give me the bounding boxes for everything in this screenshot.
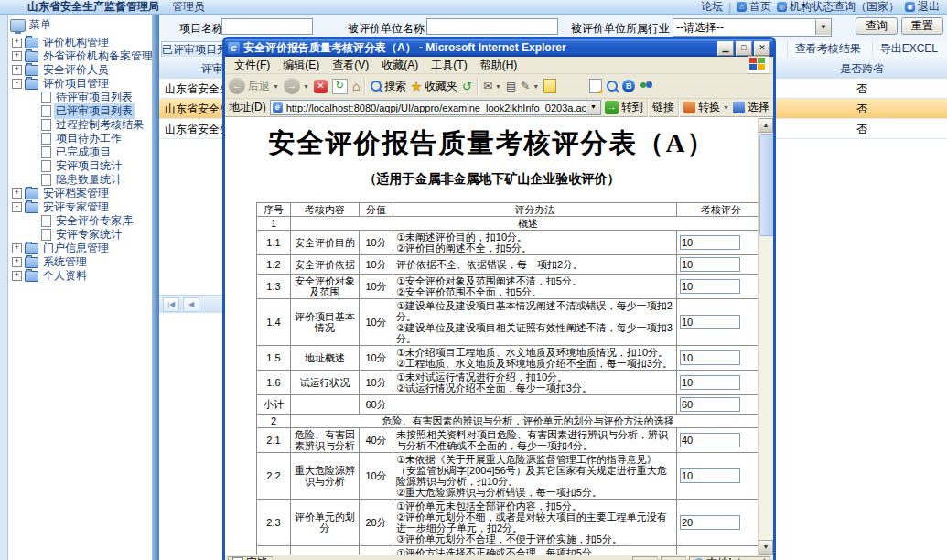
export-excel-link[interactable]: 导出EXCEL [872,41,945,57]
score-input[interactable] [680,315,740,329]
unit-name-label: 被评价单位名称 [348,21,425,37]
research-button[interactable] [607,81,618,92]
scrollbar-thumb[interactable] [759,134,773,236]
menu-favorites[interactable]: 收藏(A) [376,57,424,74]
score-input[interactable] [680,515,740,530]
score-input[interactable] [680,433,740,447]
back-button[interactable]: ← 后退 ▼ [229,78,279,94]
tree-expander-icon[interactable]: - [12,79,22,89]
favorites-page-button[interactable] [589,79,602,93]
project-name-input[interactable] [221,18,313,35]
content-scrollbar[interactable]: ▲ ▼ [758,118,773,555]
tree-expander-icon[interactable]: + [12,65,22,75]
sidebar-item-个人资料[interactable]: +个人资料 [8,269,152,283]
links-button[interactable]: 链接 [652,100,674,115]
menu-file[interactable]: 文件(F) [229,57,275,74]
sidebar-item-评价项目管理[interactable]: -评价项目管理 [8,77,152,91]
sidebar-item-安评专家管理[interactable]: -安评专家管理 [8,200,152,214]
tree-expander-icon[interactable]: - [12,202,22,212]
discuss-button[interactable] [543,79,556,93]
sidebar-item-已评审项目列表[interactable]: 已评审项目列表 [8,104,152,118]
convert-button[interactable]: 转换 ▼ [683,100,729,115]
page-ie-icon: e [273,102,283,113]
org-status-query-link[interactable]: ◎机构状态查询（国家） [777,0,899,15]
sidebar-item-安评项目统计[interactable]: 安评项目统计 [8,159,152,173]
mail-button[interactable]: ✉▼ [483,80,501,92]
menu-view[interactable]: 查看(V) [327,57,374,74]
bluetooth-button[interactable]: B [622,80,635,92]
messenger-button[interactable] [640,81,654,92]
score-input[interactable] [680,468,740,483]
forward-button[interactable]: → ▼ [284,78,309,94]
home-link[interactable]: ⌂首页 [737,0,771,15]
menu-help[interactable]: 帮助(H) [475,57,523,74]
score-input[interactable] [680,350,740,365]
sidebar-item-安评档案管理[interactable]: +安评档案管理 [8,187,152,200]
minimize-button[interactable]: ▁ [717,41,734,56]
tree-expander-icon[interactable]: + [12,243,22,253]
tree-expander-icon[interactable]: + [12,257,22,267]
view-assessment-link[interactable]: 查看考核结果 [787,41,868,57]
folder-icon [25,243,38,254]
maximize-button[interactable]: □ [736,41,752,56]
sidebar-item-安全评价专家库[interactable]: 安全评价专家库 [8,214,152,228]
sidebar-item-安全评价人员[interactable]: +安全评价人员 [8,63,152,77]
scroll-up-icon[interactable]: ▲ [759,118,773,133]
score-input[interactable] [680,257,740,272]
menu-edit[interactable]: 编辑(E) [277,57,325,74]
history-button[interactable]: ↺ [462,80,472,93]
tree-expander-icon[interactable]: + [12,38,22,48]
forum-link[interactable]: 论坛 [701,0,723,15]
sidebar-item-外省评价机构备案管理[interactable]: +外省评价机构备案管理 [8,49,152,63]
panel-splitter[interactable] [152,15,159,560]
sidebar-item-项目待办工作[interactable]: 项目待办工作 [8,132,152,145]
tree-expander-icon[interactable]: + [12,271,22,281]
tree-expander-icon[interactable]: + [12,51,22,61]
industry-select[interactable]: --请选择-- ▼ [673,18,832,37]
refresh-button[interactable]: ↻ [332,79,348,94]
first-page-button[interactable]: |◀ [163,297,179,312]
sidebar-item-待评审项目列表[interactable]: 待评审项目列表 [8,91,152,104]
sidebar-item-系统管理[interactable]: +系统管理 [8,255,152,269]
go-button[interactable]: → 转到 [605,100,643,115]
unit-name-input[interactable] [426,18,558,35]
search-button[interactable]: 搜索 [371,79,406,94]
print-button[interactable]: ▤ [506,80,516,92]
address-dropdown-icon[interactable]: ▼ [586,101,600,114]
ie-status-bar: 完毕 本地Intranet [225,555,773,560]
chevron-down-icon: ▼ [815,20,831,35]
menu-tools[interactable]: 工具(T) [425,57,472,74]
sidebar-item-门户信息管理[interactable]: +门户信息管理 [8,242,152,255]
address-input[interactable]: e http://localhost:8080/aqpj/UI/appro/ex… [270,100,601,115]
edit-button[interactable]: ✎▼ [521,80,539,92]
score-input[interactable] [680,375,740,390]
score-row: 1.6试运行状况10分①未对试运行情况进行介绍，扣10分。 ②试运行情况介绍不全… [257,371,759,395]
favorites-button[interactable]: ★ 收藏夹 [411,79,457,94]
cross-province-header: 是否跨省 [777,61,947,77]
sidebar-item-隐患数量统计[interactable]: 隐患数量统计 [8,173,152,187]
score-input[interactable] [680,235,740,250]
scroll-down-icon[interactable]: ▼ [759,540,773,555]
sidebar-item-评价机构管理[interactable]: +评价机构管理 [8,36,152,49]
score-row: 2.4评价方法的选择20分①评价方法选择不正确或不合理，每项扣5分。 ②评价方法… [257,546,759,555]
sidebar-item-过程控制考核结果[interactable]: 过程控制考核结果 [8,118,152,132]
reset-button[interactable]: 重置 [901,17,943,35]
tree-expander-icon[interactable]: + [12,188,22,199]
query-button[interactable]: 查询 [856,17,898,35]
score-sheet-document: 安全评价报告质量考核评分表（A） （适用于金属非金属地下矿山企业验收评价） 序号… [225,118,759,555]
home-button[interactable]: ⌂ [352,80,360,92]
close-button[interactable]: ✕ [754,41,770,56]
score-input[interactable] [680,279,740,294]
logout-link[interactable]: ◉退出 [905,0,940,15]
folder-icon [25,79,38,90]
stop-button[interactable]: ✕ [314,80,328,93]
topbar-separator: | [728,1,731,14]
sidebar-item-安评专家统计[interactable]: 安评专家统计 [8,228,152,242]
sidebar-item-已完成项目[interactable]: 已完成项目 [8,145,152,159]
score-input[interactable] [680,397,740,412]
select-button[interactable]: 选择 [733,100,769,115]
sidebar-scrollbar[interactable] [0,15,8,560]
prev-page-button[interactable]: ◀ [183,297,199,312]
printer-icon: ▤ [506,80,516,92]
ie-title-bar[interactable]: e 安全评价报告质量考核评分表（A） - Microsoft Internet … [225,39,773,57]
